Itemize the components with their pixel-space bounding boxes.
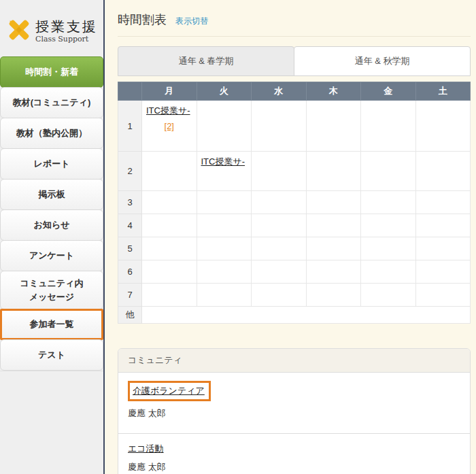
- timetable-row: 2ITC授業サ-: [118, 152, 471, 191]
- timetable-cell: [252, 191, 307, 214]
- timetable-cell: [361, 237, 416, 260]
- timetable-cell: [415, 191, 471, 214]
- timetable-cell: [197, 260, 252, 284]
- timetable-day-header: 月: [142, 82, 197, 101]
- sidebar-item-label: 教材（塾内公開）: [16, 126, 87, 140]
- timetable-cell: [197, 214, 252, 237]
- main-content: 時間割表 表示切替 通年 & 春学期 通年 & 秋学期 月火水木金土 1ITC授…: [106, 0, 476, 474]
- timetable-corner-cell: [118, 82, 142, 101]
- class-support-logo-icon: [5, 16, 33, 46]
- app-logo: 授業支援 Class Support: [0, 0, 103, 57]
- sidebar-item-materials-community[interactable]: 教材(コミュニティ): [0, 87, 103, 118]
- timetable-cell: [252, 284, 307, 307]
- timetable-cell: [361, 284, 416, 307]
- sidebar-item-label: レポート: [34, 157, 70, 171]
- timetable-day-header: 土: [415, 82, 471, 101]
- sidebar-item-test[interactable]: テスト: [0, 339, 103, 371]
- timetable-cell: [252, 101, 307, 152]
- period-label: 他: [118, 307, 142, 324]
- timetable-day-header: 金: [361, 82, 416, 101]
- community-link[interactable]: エコ活動: [128, 443, 164, 454]
- timetable-row: 4: [118, 214, 471, 237]
- timetable-cell: [415, 214, 471, 237]
- link-wrap: エコ活動: [128, 442, 164, 454]
- timetable-cell: [197, 284, 252, 307]
- timetable-cell: [142, 191, 197, 214]
- timetable-cell: [415, 284, 471, 307]
- timetable-row: 6: [118, 260, 471, 284]
- timetable-day-header: 水: [252, 82, 307, 101]
- sidebar-item-bulletin-board[interactable]: 掲示板: [0, 179, 103, 210]
- timetable-body: 1ITC授業サ-[2]2ITC授業サ-34567他: [118, 101, 471, 324]
- timetable-cell: [415, 101, 471, 152]
- logo-text: 授業支援 Class Support: [35, 19, 98, 44]
- sidebar-item-survey[interactable]: アンケート: [0, 240, 103, 271]
- timetable-row: 他: [118, 307, 471, 324]
- timetable-cell: ITC授業サ-: [197, 152, 252, 191]
- new-items-count-link[interactable]: [2]: [146, 121, 192, 131]
- timetable-cell: [361, 214, 416, 237]
- sidebar-item-label: テスト: [38, 348, 65, 362]
- sidebar-item-report[interactable]: レポート: [0, 148, 103, 180]
- timetable-cell: [252, 152, 307, 191]
- period-label: 2: [118, 152, 142, 191]
- tab-fullyear-autumn[interactable]: 通年 & 秋学期: [294, 46, 471, 76]
- tab-fullyear-spring[interactable]: 通年 & 春学期: [118, 46, 294, 76]
- logo-subtitle: Class Support: [35, 35, 98, 44]
- timetable-cell: [306, 191, 361, 214]
- timetable-cell: [306, 152, 361, 191]
- timetable-row: 7: [118, 284, 471, 307]
- community-panel: コミュニティ 介護ボランティア慶應 太郎エコ活動慶應 太郎: [118, 348, 471, 474]
- semester-tabs: 通年 & 春学期 通年 & 秋学期: [118, 46, 471, 76]
- timetable-day-header: 火: [197, 82, 252, 101]
- sidebar-item-label: 時間割・新着: [25, 65, 78, 79]
- sidebar-item-label: 掲示板: [39, 188, 65, 201]
- timetable-row: 5: [118, 237, 471, 260]
- community-item: エコ活動慶應 太郎: [118, 433, 470, 474]
- timetable-cell: [197, 191, 252, 214]
- timetable-cell: [415, 152, 471, 191]
- period-label: 1: [118, 101, 142, 152]
- period-label: 3: [118, 191, 142, 214]
- sidebar-item-news[interactable]: お知らせ: [0, 209, 103, 241]
- sidebar-footer: [0, 371, 103, 371]
- sidebar-item-label: 教材(コミュニティ): [13, 96, 91, 109]
- timetable-cell: [306, 237, 361, 260]
- timetable-cell: [306, 284, 361, 307]
- period-label: 4: [118, 214, 142, 237]
- course-link[interactable]: ITC授業サ-: [201, 156, 245, 167]
- page-header: 時間割表 表示切替: [106, 0, 476, 28]
- sidebar-item-timetable-new[interactable]: 時間割・新着: [0, 56, 103, 88]
- community-link-row: エコ活動: [128, 442, 460, 455]
- course-link[interactable]: ITC授業サ-: [146, 105, 190, 116]
- logo-title: 授業支援: [35, 19, 98, 34]
- sidebar-item-label: コミュニティ内 メッセージ: [20, 277, 84, 303]
- sidebar-item-materials-school[interactable]: 教材（塾内公開）: [0, 118, 103, 149]
- community-list: 介護ボランティア慶應 太郎エコ活動慶應 太郎: [118, 373, 470, 474]
- timetable-row: 3: [118, 191, 471, 214]
- highlight-box: 介護ボランティア: [128, 381, 211, 401]
- community-link-row: 介護ボランティア: [128, 381, 460, 401]
- sidebar: 授業支援 Class Support 時間割・新着教材(コミュニティ)教材（塾内…: [0, 0, 105, 474]
- timetable-cell: [252, 237, 307, 260]
- period-label: 7: [118, 284, 142, 307]
- community-item: 介護ボランティア慶應 太郎: [118, 373, 470, 433]
- sidebar-item-participants[interactable]: 参加者一覧: [0, 309, 103, 340]
- timetable-cell: [197, 101, 252, 152]
- timetable-cell: [252, 260, 307, 284]
- page-title: 時間割表: [118, 12, 167, 28]
- timetable-cell: [142, 152, 197, 191]
- timetable-cell: [415, 237, 471, 260]
- timetable-cell: [306, 101, 361, 152]
- sidebar-item-community-messages[interactable]: コミュニティ内 メッセージ: [0, 271, 103, 309]
- timetable-cell: [306, 214, 361, 237]
- view-toggle-link[interactable]: 表示切替: [175, 16, 208, 27]
- timetable-cell: [142, 284, 197, 307]
- timetable-cell: [361, 260, 416, 284]
- community-link[interactable]: 介護ボランティア: [133, 386, 205, 396]
- community-owner: 慶應 太郎: [128, 461, 460, 473]
- community-owner: 慶應 太郎: [128, 407, 460, 420]
- timetable-cell: [197, 237, 252, 260]
- timetable-day-header: 木: [306, 82, 361, 101]
- period-label: 6: [118, 260, 142, 284]
